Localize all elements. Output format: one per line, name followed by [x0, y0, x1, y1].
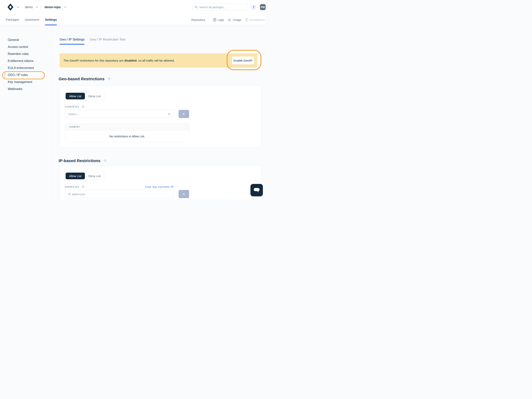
banner-bold: disabled: [124, 59, 137, 62]
chat-bubble-icon: [253, 187, 260, 193]
countries-select[interactable]: Select...: [65, 110, 174, 118]
sidebar-item-geo-ip-rules[interactable]: GEO / IP rules: [0, 71, 52, 78]
breadcrumb-separator: /: [41, 5, 42, 9]
use-current-ip-link[interactable]: Use my current IP: [145, 185, 174, 188]
addresses-label: ADDRESSES: [65, 186, 79, 188]
breadcrumb-org[interactable]: demo: [25, 6, 33, 9]
avatar[interactable]: PM: [260, 4, 266, 10]
context-compliance[interactable]: Compliance: [245, 18, 265, 21]
sidebar-item-retention-rules[interactable]: Retention rules: [0, 51, 52, 58]
ip-help-icon[interactable]: ?: [104, 159, 107, 162]
countries-help-icon[interactable]: ?: [81, 105, 84, 108]
sidebar-item-access-control[interactable]: Access control: [0, 44, 52, 51]
geo-restrictions-card: Allow List Deny List COUNTRIES ? Select.…: [60, 86, 261, 148]
banner-text: The Geo/IP restrictions for this reposit…: [63, 59, 175, 62]
add-country-button[interactable]: +: [178, 110, 189, 118]
help-button[interactable]: ?: [251, 5, 256, 10]
geo-allow-list-toggle[interactable]: Allow List: [66, 93, 85, 99]
geoip-tabs: Geo / IP Settings Geo / IP Restriction T…: [60, 38, 125, 45]
country-table-header: COUNTRY: [65, 124, 189, 130]
select-placeholder: Select...: [68, 112, 79, 116]
select-chevron-down-icon: [168, 113, 171, 115]
addresses-help-icon[interactable]: ?: [81, 185, 84, 188]
countries-label-row: COUNTRIES ?: [65, 105, 256, 108]
sidebar-item-entitlement-tokens[interactable]: Entitlement tokens: [0, 58, 52, 64]
sidebar-item-eula-enforcement[interactable]: EULA enforcement: [0, 64, 52, 71]
repo-chevron-down-icon[interactable]: [64, 6, 66, 8]
geoip-disabled-banner: The Geo/IP restrictions for this reposit…: [60, 53, 257, 68]
countries-input-row: Select... +: [65, 110, 256, 118]
tab-geo-ip-settings[interactable]: Geo / IP Settings: [60, 38, 84, 45]
page: demo / demo-repo ? PM Packages: [0, 0, 266, 200]
logo-chevron-down-icon[interactable]: [17, 6, 19, 8]
top-bar: demo / demo-repo ? PM Packages: [0, 0, 266, 25]
context-repository[interactable]: Repository: [191, 18, 205, 21]
header-row-1: demo / demo-repo ? PM: [0, 0, 266, 14]
settings-nav-list: General Access control Retention rules E…: [0, 25, 52, 93]
context-links: Repository Logs Usage: [191, 18, 265, 22]
context-usage[interactable]: Usage: [228, 18, 241, 21]
ip-section-title: IP-based Restrictions ?: [59, 158, 107, 163]
global-search: [192, 4, 247, 11]
org-logo[interactable]: [8, 4, 13, 11]
header-row-2: Packages Upstreams Settings Repository L…: [0, 14, 266, 25]
ip-deny-list-toggle[interactable]: Deny List: [85, 173, 104, 179]
tab-geo-ip-restriction-test[interactable]: Geo / IP Restriction Test: [90, 38, 125, 45]
chat-widget-button[interactable]: [250, 184, 263, 196]
addresses-label-group: ADDRESSES ?: [65, 185, 84, 188]
ip-addresses-input[interactable]: [65, 190, 174, 198]
country-table: COUNTRY No restrictions in Allow List.: [65, 123, 190, 142]
geo-section-title: Geo-based Restrictions ?: [59, 77, 111, 81]
main-content: Geo / IP Settings Geo / IP Restriction T…: [52, 25, 266, 200]
sidebar-item-webhooks[interactable]: Webhooks: [0, 85, 52, 93]
geo-deny-list-toggle[interactable]: Deny List: [85, 93, 104, 99]
ip-allow-list-toggle[interactable]: Allow List: [66, 173, 85, 179]
org-chevron-down-icon[interactable]: [36, 6, 38, 8]
search-input[interactable]: [192, 4, 247, 11]
repo-tabs: Packages Upstreams Settings: [6, 14, 57, 25]
countries-label: COUNTRIES: [65, 106, 79, 108]
active-tab-underline: [45, 25, 57, 25]
tab-packages[interactable]: Packages: [6, 14, 19, 25]
sidebar-item-general[interactable]: General: [0, 36, 52, 44]
tab-settings[interactable]: Settings: [45, 14, 57, 25]
geo-list-toggle: Allow List Deny List: [65, 92, 105, 100]
add-ip-button[interactable]: +: [178, 190, 189, 198]
addresses-input-row: +: [65, 190, 256, 198]
ip-restrictions-card: Allow List Deny List ADDRESSES ? Use my …: [60, 166, 261, 200]
diamond-logo-icon: [8, 4, 13, 11]
country-table-empty-state: No restrictions in Allow List.: [65, 130, 189, 142]
enable-geoip-button[interactable]: Enable Geo/IP: [232, 57, 254, 64]
sidebar-item-key-management[interactable]: Key management: [0, 78, 52, 85]
search-icon: [195, 6, 198, 9]
usage-chart-icon: [228, 18, 231, 21]
addresses-label-row: ADDRESSES ? Use my current IP: [65, 185, 174, 188]
breadcrumb-repo[interactable]: demo-repo: [44, 6, 61, 9]
settings-sidebar: General Access control Retention rules E…: [0, 25, 52, 200]
active-item-bar: [5, 72, 5, 78]
context-logs[interactable]: Logs: [213, 18, 224, 21]
compliance-shield-icon: [245, 18, 248, 21]
logs-icon: [213, 18, 216, 21]
ip-list-toggle: Allow List Deny List: [65, 172, 105, 180]
tab-upstreams[interactable]: Upstreams: [25, 14, 39, 25]
active-subtab-underline: [60, 44, 84, 45]
geo-help-icon[interactable]: ?: [108, 77, 111, 80]
